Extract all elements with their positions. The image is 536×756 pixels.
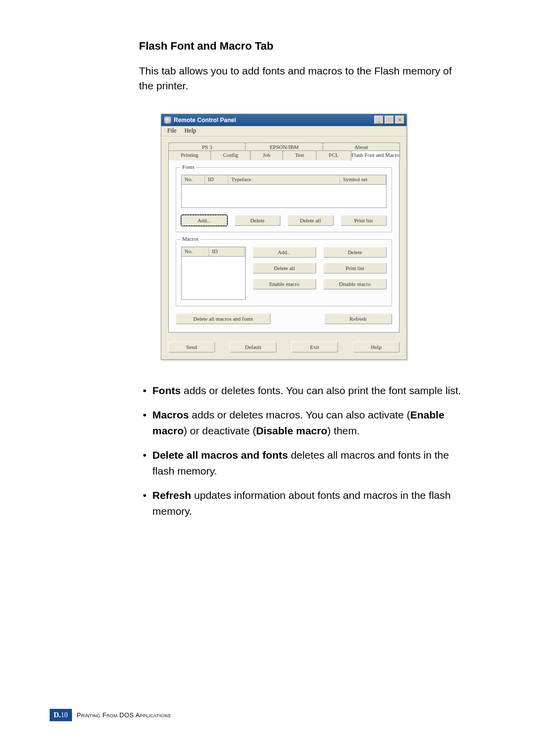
mcol-id: ID — [209, 247, 245, 256]
col-id: ID — [205, 175, 228, 184]
tab-pcl[interactable]: PCL — [316, 150, 351, 160]
fonts-add-button[interactable]: Add... — [181, 215, 227, 226]
macros-group: Macros No. ID Add.. — [176, 239, 392, 306]
bullet-fonts: Fonts adds or deletes fonts. You can als… — [149, 383, 462, 399]
col-symbolset: Symbol set — [340, 175, 386, 184]
macros-disable-button[interactable]: Disable macro — [323, 278, 387, 289]
menu-file[interactable]: File — [163, 126, 181, 136]
delete-all-macros-fonts-button[interactable]: Delete all macros and fonts — [176, 313, 270, 324]
section-heading: Flash Font and Macro Tab — [139, 40, 462, 53]
fonts-delete-all-button[interactable]: Delete all — [287, 215, 334, 226]
page-number-badge: D.10 — [50, 709, 72, 721]
dialog-window: Remote Control Panel _ □ × File Help PS … — [161, 114, 407, 360]
tab-printing[interactable]: Printing — [168, 150, 211, 160]
tab-job[interactable]: Job — [250, 150, 283, 160]
fonts-list[interactable] — [181, 185, 387, 208]
menu-bar: File Help — [161, 126, 406, 137]
send-button[interactable]: Send — [168, 342, 215, 352]
close-button[interactable]: × — [395, 116, 404, 124]
tab-panel: Fonts No. ID Typeface Symbol set Add... … — [168, 160, 400, 333]
window-title: Remote Control Panel — [174, 117, 373, 124]
col-no: No. — [182, 175, 205, 184]
macros-delete-all-button[interactable]: Delete all — [253, 263, 316, 274]
bullet-refresh: Refresh updates information about fonts … — [149, 487, 462, 519]
page-footer: D.10 Printing From DOS Applications — [50, 709, 171, 721]
tab-config[interactable]: Config — [210, 150, 251, 160]
macros-delete-button[interactable]: Delete — [323, 247, 387, 258]
macros-add-button[interactable]: Add... — [253, 247, 316, 258]
macros-list[interactable] — [181, 257, 246, 300]
macros-print-list-button[interactable]: Print list — [323, 263, 387, 274]
macros-list-header: No. ID — [181, 247, 246, 257]
minimize-button[interactable]: _ — [374, 116, 384, 124]
bullet-list: Fonts adds or deletes fonts. You can als… — [139, 383, 462, 519]
tab-flash-font-macro[interactable]: Flash Font and Macro — [351, 150, 400, 161]
macros-enable-button[interactable]: Enable macro — [253, 278, 316, 289]
refresh-button[interactable]: Refresh — [324, 313, 392, 324]
fonts-list-header: No. ID Typeface Symbol set — [181, 175, 387, 185]
fonts-print-list-button[interactable]: Print list — [340, 215, 387, 226]
bullet-macros: Macros adds or deletes macros. You can a… — [149, 407, 462, 438]
tab-strip: PS 3 EPSON/IBM About Printing Config Job… — [168, 142, 400, 160]
macros-group-title: Macros — [180, 236, 201, 242]
footer-section-title: Printing From DOS Applications — [77, 711, 171, 719]
help-button[interactable]: Help — [353, 342, 400, 352]
fonts-group: Fonts No. ID Typeface Symbol set Add... … — [176, 167, 392, 232]
mcol-no: No. — [182, 247, 209, 256]
title-bar: Remote Control Panel _ □ × — [161, 114, 406, 126]
fonts-group-title: Fonts — [180, 164, 196, 170]
col-typeface: Typeface — [228, 175, 340, 184]
maximize-button[interactable]: □ — [385, 116, 394, 124]
app-icon — [164, 117, 171, 124]
fonts-delete-button[interactable]: Delete — [234, 215, 280, 226]
intro-text: This tab allows you to add fonts and mac… — [139, 64, 462, 94]
bullet-delete-all: Delete all macros and fonts deletes all … — [149, 447, 462, 479]
menu-help[interactable]: Help — [181, 126, 200, 136]
tab-test[interactable]: Test — [282, 150, 317, 160]
exit-button[interactable]: Exit — [291, 342, 338, 352]
default-button[interactable]: Default — [230, 342, 276, 352]
